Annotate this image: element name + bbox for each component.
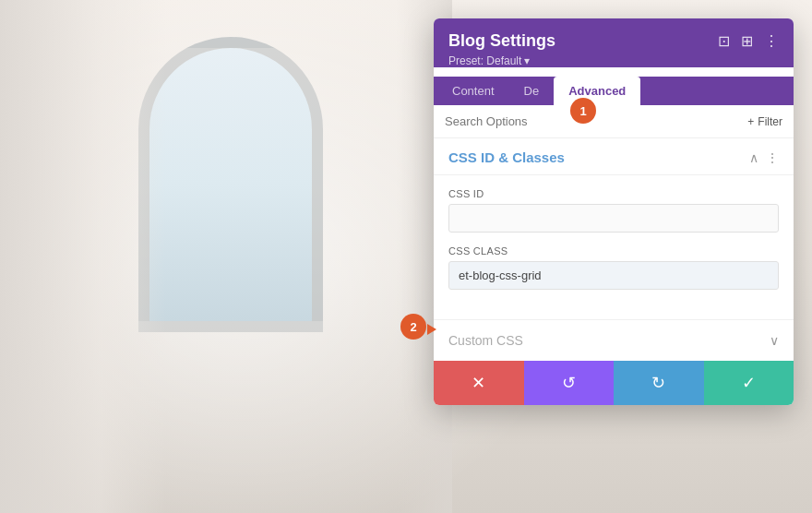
preset-row[interactable]: Preset: Default ▾	[448, 54, 779, 67]
search-row: + Filter	[434, 105, 794, 138]
badge-1-number: 1	[579, 104, 586, 118]
redo-button[interactable]: ↻	[614, 361, 704, 405]
tabs-bar: Content De Advanced	[434, 77, 794, 105]
blog-settings-panel: Blog Settings ⊡ ⊞ ⋮ Preset: Default ▾ Co…	[434, 18, 794, 405]
reset-icon: ↺	[562, 373, 576, 393]
css-id-classes-section: CSS ID & Classes ∧ ⋮ CSS ID CSS Class	[434, 138, 794, 316]
filter-plus-icon: +	[747, 115, 754, 128]
collapse-icon[interactable]: ∧	[749, 150, 758, 165]
custom-css-header[interactable]: Custom CSS ∨	[434, 320, 794, 361]
step-badge-2: 2	[400, 314, 426, 340]
css-id-field-group: CSS ID	[448, 188, 779, 233]
css-class-field-group: CSS Class	[448, 245, 779, 290]
reset-button[interactable]: ↺	[524, 361, 615, 405]
step-badge-1: 1	[570, 98, 596, 124]
more-icon[interactable]: ⋮	[764, 32, 779, 50]
css-id-input[interactable]	[448, 204, 779, 233]
redo-icon: ↻	[651, 373, 665, 393]
panel-title-row: Blog Settings ⊡ ⊞ ⋮	[448, 31, 779, 51]
preset-label: Preset: Default	[448, 54, 521, 67]
tab-content[interactable]: Content	[437, 77, 509, 105]
curtain-left	[0, 0, 166, 513]
css-fields-body: CSS ID CSS Class	[434, 175, 794, 316]
tab-advanced[interactable]: Advanced	[554, 77, 640, 105]
save-icon: ✓	[742, 373, 756, 393]
badge-2-arrow	[427, 324, 436, 335]
badge-2-number: 2	[410, 320, 416, 334]
css-id-classes-title: CSS ID & Classes	[448, 149, 565, 165]
css-id-classes-header: CSS ID & Classes ∧ ⋮	[434, 138, 794, 175]
custom-css-section: Custom CSS ∨	[434, 319, 794, 361]
panel-title: Blog Settings	[448, 31, 555, 51]
section-more-icon[interactable]: ⋮	[766, 150, 779, 165]
css-class-input[interactable]	[448, 261, 779, 290]
custom-css-title: Custom CSS	[448, 333, 523, 348]
css-id-label: CSS ID	[448, 188, 779, 199]
preset-arrow: ▾	[524, 54, 530, 67]
panel-icons: ⊡ ⊞ ⋮	[718, 32, 779, 50]
save-button[interactable]: ✓	[704, 361, 794, 405]
columns-icon[interactable]: ⊞	[741, 32, 753, 50]
panel-body: + Filter CSS ID & Classes ∧ ⋮ CSS ID	[434, 105, 794, 361]
window-arch	[138, 37, 323, 332]
filter-label: Filter	[758, 115, 782, 128]
panel-header: Blog Settings ⊡ ⊞ ⋮ Preset: Default ▾	[434, 18, 794, 67]
cancel-button[interactable]: ✕	[434, 361, 524, 405]
css-class-label: CSS Class	[448, 245, 779, 256]
tab-design[interactable]: De	[509, 77, 555, 105]
chevron-down-icon: ∨	[770, 333, 779, 348]
cancel-icon: ✕	[472, 373, 485, 393]
panel-footer: ✕ ↺ ↻ ✓	[434, 361, 794, 405]
section-controls: ∧ ⋮	[749, 150, 779, 165]
expand-icon[interactable]: ⊡	[718, 32, 730, 50]
filter-button[interactable]: + Filter	[747, 115, 782, 128]
